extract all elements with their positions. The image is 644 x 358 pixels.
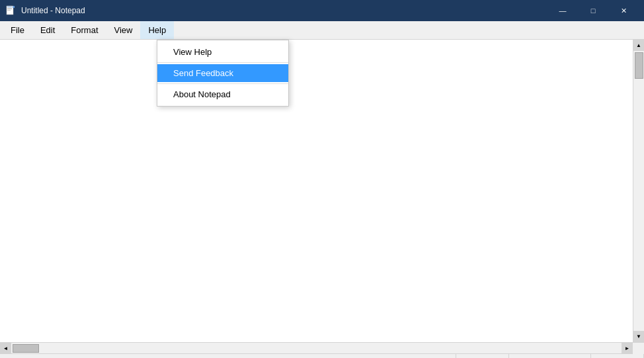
menu-bar: File Edit Format View Help <box>0 21 644 40</box>
status-zoom: 100% <box>456 354 509 358</box>
close-button[interactable]: ✕ <box>608 0 639 21</box>
menu-file[interactable]: File <box>3 21 32 39</box>
scroll-left-button[interactable]: ◄ <box>0 343 11 354</box>
scroll-track-vertical[interactable] <box>633 51 644 331</box>
status-encoding: UTF-8 <box>591 354 644 358</box>
text-editor[interactable] <box>0 40 633 342</box>
title-bar-left: Untitled - Notepad <box>5 5 85 16</box>
menu-item-view-help[interactable]: View Help <box>157 43 288 61</box>
menu-format[interactable]: Format <box>63 21 106 39</box>
scroll-right-button[interactable]: ► <box>622 343 633 354</box>
vertical-scrollbar[interactable]: ▲ ▼ <box>633 40 644 342</box>
menu-separator-2 <box>157 83 288 84</box>
maximize-button[interactable]: □ <box>578 0 608 21</box>
help-dropdown: View Help Send Feedback About Notepad <box>157 40 289 107</box>
minimize-button[interactable]: — <box>547 0 578 21</box>
scroll-corner <box>633 343 644 354</box>
menu-separator <box>157 62 288 63</box>
status-bar: Ln 1, Col 1 100% Windows (CRLF) UTF-8 <box>0 353 644 358</box>
scroll-up-button[interactable]: ▲ <box>633 40 645 51</box>
status-lineending: Windows (CRLF) <box>509 354 591 358</box>
main-area: ▲ ▼ <box>0 40 644 342</box>
window-title: Untitled - Notepad <box>21 6 85 15</box>
status-position: Ln 1, Col 1 <box>396 354 456 358</box>
title-bar: Untitled - Notepad — □ ✕ <box>0 0 644 21</box>
menu-item-about-notepad[interactable]: About Notepad <box>157 85 288 103</box>
scroll-thumb-horizontal[interactable] <box>13 344 39 353</box>
svg-rect-4 <box>7 10 11 11</box>
svg-rect-3 <box>7 9 12 10</box>
menu-edit[interactable]: Edit <box>32 21 63 39</box>
scroll-thumb-vertical[interactable] <box>635 52 643 79</box>
svg-rect-5 <box>13 6 15 8</box>
menu-wrapper: File Edit Format View Help View Help Sen… <box>0 21 644 40</box>
menu-item-send-feedback[interactable]: Send Feedback <box>157 64 288 82</box>
horizontal-scrollbar[interactable]: ◄ ► <box>0 342 644 353</box>
menu-view[interactable]: View <box>106 21 141 39</box>
title-bar-controls: — □ ✕ <box>547 0 639 21</box>
scroll-track-horizontal[interactable] <box>11 343 622 353</box>
svg-rect-1 <box>7 7 12 7</box>
scroll-down-button[interactable]: ▼ <box>633 331 645 342</box>
menu-help[interactable]: Help <box>140 21 174 39</box>
svg-rect-2 <box>7 8 12 9</box>
app-icon <box>5 5 16 16</box>
